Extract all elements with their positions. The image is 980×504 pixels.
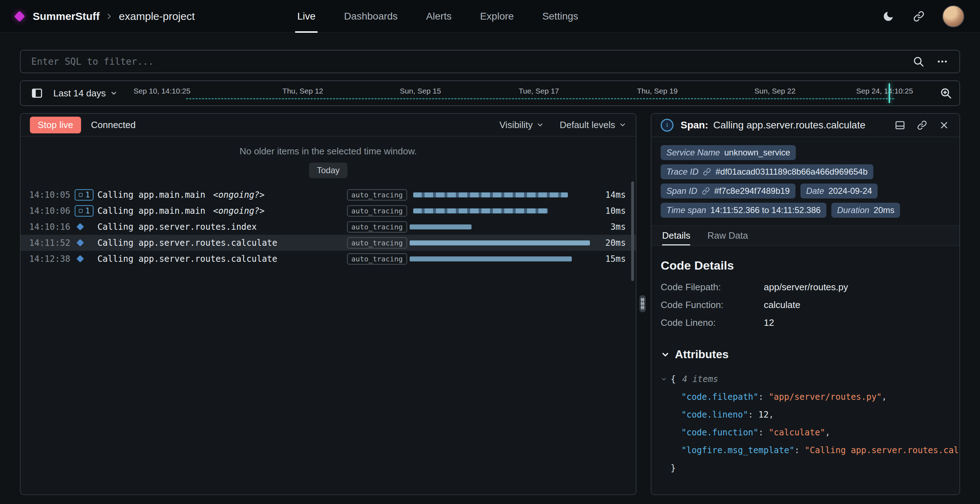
ongoing-suffix: <ongoing?> [213, 206, 264, 216]
trace-id-pill: Trace ID #df01acad0311189c8b66a466d96965… [661, 164, 873, 179]
nav-tab-settings[interactable]: Settings [542, 0, 578, 33]
json-collapse-icon[interactable] [661, 376, 667, 382]
row-duration: 20ms [605, 238, 626, 248]
service-name-pill: Service Name unknown_service [661, 145, 796, 160]
span-diamond-icon [76, 223, 84, 230]
row-timestamp: 14:12:38 [29, 254, 75, 264]
row-timestamp: 14:10:06 [29, 206, 75, 216]
collapsed-spans-badge[interactable]: 1 [75, 205, 94, 217]
share-link-icon[interactable] [912, 9, 926, 24]
row-timestamp: 14:10:05 [29, 190, 75, 200]
more-options-icon[interactable] [935, 56, 950, 68]
row-duration: 15ms [605, 254, 626, 264]
panel-resize-handle[interactable] [640, 295, 646, 312]
zoom-in-icon[interactable] [939, 87, 952, 100]
nav-tab-live[interactable]: Live [297, 0, 315, 33]
nav-tab-dashboards[interactable]: Dashboards [344, 0, 398, 33]
list-scrollbar[interactable] [631, 182, 634, 281]
row-message: Calling app.server.routes.calculate [97, 254, 347, 264]
visibility-dropdown[interactable]: Visibility [499, 120, 544, 131]
ongoing-suffix: <ongoing?> [213, 190, 264, 200]
project-name[interactable]: example-project [119, 10, 194, 22]
sidebar-toggle-icon[interactable] [28, 85, 46, 101]
chevron-down-icon [110, 89, 118, 97]
span-link-icon[interactable] [702, 187, 710, 195]
trace-row[interactable]: 14:10:06 1 Calling app.main.main<ongoing… [21, 203, 636, 219]
duration-bar-track [410, 223, 592, 230]
row-tag[interactable]: auto_tracing [347, 205, 407, 217]
close-icon[interactable] [938, 119, 950, 131]
code-filepath-row: Code Filepath: app/server/routes.py [661, 278, 950, 296]
span-id-pill: Span ID #f7c8e294f7489b19 [661, 183, 795, 198]
tab-details[interactable]: Details [662, 230, 690, 246]
timeline-tick: Sep 10, 14:10:25 [134, 87, 190, 95]
timeline-now-marker [889, 83, 890, 103]
row-tag[interactable]: auto_tracing [347, 221, 407, 233]
brand-logo-icon[interactable] [14, 11, 25, 22]
trace-row[interactable]: 14:10:16 Calling app.server.routes.index… [21, 219, 636, 235]
code-details-heading: Code Details [661, 258, 950, 273]
span-info-icon [661, 119, 673, 132]
stop-live-button[interactable]: Stop live [30, 116, 81, 133]
copy-link-icon[interactable] [916, 119, 928, 131]
sql-filter-input[interactable] [30, 56, 902, 67]
nav-tab-explore[interactable]: Explore [480, 0, 514, 33]
split-view-icon[interactable] [894, 119, 906, 131]
search-icon[interactable] [912, 56, 924, 68]
tab-raw-data[interactable]: Raw Data [707, 230, 748, 246]
detail-tabs: Details Raw Data [651, 225, 959, 246]
trace-row[interactable]: 14:10:05 1 Calling app.main.main<ongoing… [21, 187, 636, 203]
row-tag[interactable]: auto_tracing [347, 189, 407, 201]
span-diamond-icon [76, 239, 84, 247]
sql-filter-bar [20, 50, 960, 73]
timeline-tick: Thu, Sep 12 [282, 87, 323, 95]
duration-bar-track [410, 207, 592, 214]
span-title: Calling app.server.routes.calculate [713, 120, 865, 131]
theme-moon-icon[interactable] [881, 9, 896, 24]
trace-link-icon[interactable] [703, 167, 711, 176]
user-avatar[interactable] [942, 5, 964, 27]
org-name[interactable]: SummerStuff [33, 10, 100, 22]
live-view-header: Stop live Connected Visibility Default l… [21, 114, 636, 137]
collapsed-spans-badge[interactable]: 1 [75, 189, 94, 201]
span-diamond-icon [76, 255, 84, 263]
duration-bar[interactable] [410, 257, 572, 262]
attributes-section-toggle[interactable]: Attributes [661, 348, 950, 361]
connection-status: Connected [91, 120, 136, 131]
trace-row[interactable]: 14:12:38 Calling app.server.routes.calcu… [21, 251, 636, 267]
duration-bar-track [410, 239, 592, 247]
empty-window-notice: No older items in the selected time wind… [21, 137, 636, 178]
json-line: "code.lineno": 12, [661, 406, 950, 424]
timeline-bar: Last 14 days Sep 10, 14:10:25 Thu, Sep 1… [20, 80, 960, 106]
row-tag[interactable]: auto_tracing [347, 237, 407, 249]
duration-bar[interactable] [413, 192, 568, 198]
json-close-brace: } [661, 459, 950, 477]
nav-tab-alerts[interactable]: Alerts [426, 0, 452, 33]
live-view-panel: Stop live Connected Visibility Default l… [20, 113, 636, 495]
code-lineno-row: Code Lineno: 12 [661, 314, 950, 332]
today-button[interactable]: Today [309, 163, 347, 178]
chevron-down-icon [661, 350, 670, 359]
nav-tabs: Live Dashboards Alerts Explore Settings [297, 0, 578, 33]
time-range-dropdown[interactable]: Last 14 days [53, 88, 118, 99]
date-pill: Date 2024-09-24 [800, 183, 878, 198]
json-line: "logfire.msg_template": "Calling app.ser… [661, 442, 950, 459]
chevron-down-icon [536, 121, 544, 129]
span-detail-body: Service Name unknown_service Trace ID #d… [651, 137, 959, 477]
drag-grip-icon [641, 298, 644, 310]
timeline-track[interactable]: Sep 10, 14:10:25 Thu, Sep 12 Sun, Sep 15… [130, 81, 930, 105]
row-message: Calling app.main.main<ongoing?> [97, 206, 347, 216]
default-levels-dropdown[interactable]: Default levels [560, 120, 627, 131]
json-line: "code.function": "calculate", [661, 424, 950, 442]
duration-bar[interactable] [410, 241, 590, 246]
duration-bar[interactable] [410, 225, 471, 230]
row-tag[interactable]: auto_tracing [347, 253, 407, 265]
duration-bar[interactable] [413, 209, 548, 214]
row-timestamp: 14:10:16 [29, 222, 75, 232]
row-timestamp: 14:11:52 [29, 238, 75, 248]
timeline-tick: Sep 24, 14:10:25 [856, 87, 913, 95]
row-message: Calling app.server.routes.index [97, 222, 347, 232]
time-range-label: Last 14 days [53, 88, 106, 99]
duration-pill: Duration 20ms [831, 203, 900, 218]
trace-row-selected[interactable]: 14:11:52 Calling app.server.routes.calcu… [21, 235, 636, 251]
